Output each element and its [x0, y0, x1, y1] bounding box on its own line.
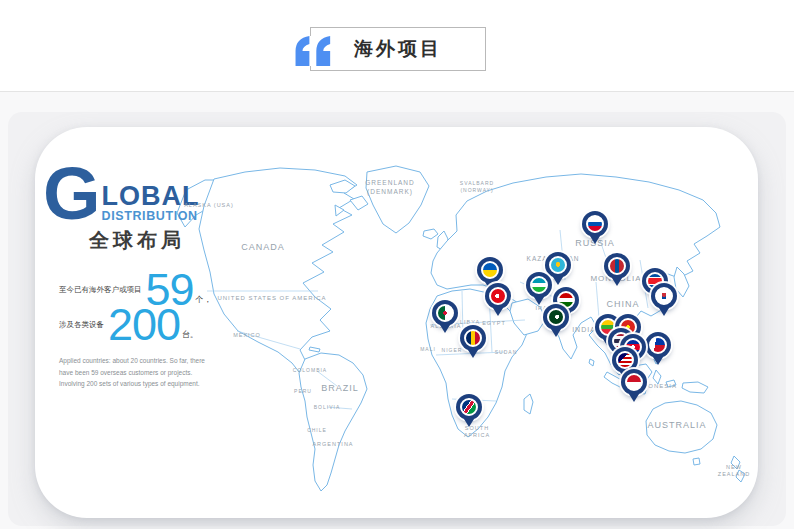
map-label: NEW ZEALAND	[718, 464, 750, 479]
map-label: GREENLAND (DENMARK)	[365, 179, 414, 197]
map-label: AUSTRALIA	[647, 419, 706, 431]
map-label: SUDAN	[495, 349, 518, 356]
russia-flag-icon	[586, 215, 604, 233]
map-pin-ukraine	[477, 257, 503, 283]
map-label: INDIA	[572, 325, 596, 334]
uzbekistan-flag-icon	[530, 276, 548, 294]
map-pin-namibia	[456, 394, 482, 420]
malaysia-flag-icon	[616, 351, 634, 369]
indonesia-flag-icon	[625, 373, 643, 391]
turkey-flag-icon	[489, 287, 507, 305]
chad-flag-icon	[464, 329, 482, 347]
map-label: CANADA	[241, 241, 285, 253]
map-label: EGYPT	[482, 320, 506, 327]
map-label: MALI	[420, 346, 436, 353]
map-label: MEXICO	[233, 332, 261, 339]
pakistan-flag-icon	[547, 308, 565, 326]
map-label: CHILE	[307, 427, 327, 434]
map-pin-kazakhstan	[545, 252, 571, 278]
map-label: PERU	[294, 388, 312, 395]
map-pin-russia	[582, 211, 608, 237]
map-pin-indonesia	[621, 369, 647, 395]
kazakhstan-flag-icon	[549, 256, 567, 274]
map-pin-turkey	[485, 283, 511, 309]
map-label: BOLIVIA	[314, 404, 340, 411]
south-korea-flag-icon	[655, 287, 673, 305]
map-label: BRAZIL	[321, 382, 359, 394]
section-title-box: 海外项目	[310, 27, 486, 71]
map-pin-uzbekistan	[526, 272, 552, 298]
map-pin-philippines	[645, 332, 671, 358]
map-label: COLOMBIA	[293, 367, 327, 374]
map-pin-algeria	[432, 300, 458, 326]
map-panel: G LOBAL DISTRIBUTION 全球布局 至今已有海外客户或项目 59…	[35, 127, 758, 518]
map-label: ALASKA (USA)	[184, 202, 234, 209]
algeria-flag-icon	[436, 304, 454, 322]
map-pin-pakistan	[543, 304, 569, 330]
map-pin-chad	[460, 325, 486, 351]
map-label: NIGER	[442, 347, 463, 354]
map-pins-layer: GREENLAND (DENMARK)SVALBARD (NORWAY)ALAS…	[35, 127, 758, 518]
philippines-flag-icon	[649, 336, 667, 354]
map-pin-south-korea	[651, 283, 677, 309]
map-label: ARGENTINA	[312, 441, 353, 448]
map-pin-mongolia	[604, 253, 630, 279]
map-label: CHINA	[606, 298, 639, 310]
ukraine-flag-icon	[481, 261, 499, 279]
mongolia-flag-icon	[608, 257, 626, 275]
quote-icon	[292, 36, 336, 66]
map-label: SVALBARD (NORWAY)	[460, 180, 494, 194]
namibia-flag-icon	[460, 398, 478, 416]
page-header: 海外项目	[0, 0, 794, 92]
section-title: 海外项目	[311, 28, 485, 70]
map-label: UNITED STATES OF AMERICA	[217, 294, 326, 302]
